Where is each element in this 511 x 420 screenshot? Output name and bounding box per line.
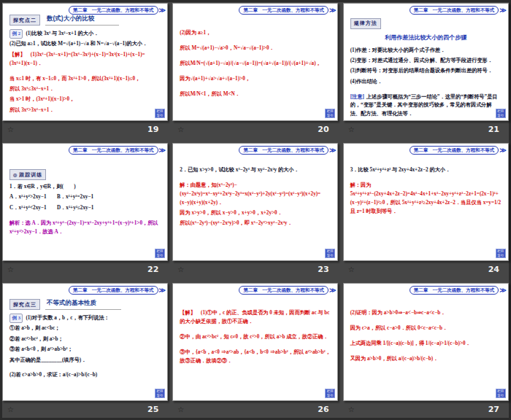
slide-thumbnail-23[interactable]: 第二章 一元二次函数、方程和不等式 ≫ 2．已知 x>y>0，试比较 x³−2y… <box>172 143 338 261</box>
chapter-title: 第二章 一元二次函数、方程和不等式 <box>69 286 158 295</box>
nav-corner-button[interactable]: 栏目 导引 <box>325 249 335 258</box>
solution-line: ②中，由 ac²>bc²，知 c≠0，故 c²>0，所以 a>b 成立，故②正确… <box>180 333 331 342</box>
star-icon[interactable]: ☆ <box>7 405 14 413</box>
thumbnail-footer: ☆ 26 <box>172 401 338 419</box>
statement-line: ①若 a>b，则 ac<bc； <box>9 324 161 333</box>
example-badge: 例 3 <box>9 314 23 323</box>
analysis-line: 解析：选 A．因为 x²+y²−(2xy−1)=x²−2xy+y²+1=(x−y… <box>9 219 161 237</box>
slide-cell-19: 第二章 一元二次函数、方程和不等式 ≫ 探究点二 数(式)大小的比较 例 2(1… <box>0 0 170 140</box>
chapter-header: 第二章 一元二次函数、方程和不等式 ≫ <box>239 6 336 15</box>
solution-line: (2)因为 a≥1， <box>180 29 331 38</box>
corner-label-bottom: 导引 <box>326 114 334 118</box>
page-number: 21 <box>488 125 499 134</box>
chapter-header: 第二章 一元二次函数、方程和不等式 ≫ <box>410 146 507 155</box>
corner-label-top: 栏目 <box>155 109 164 114</box>
page-number: 23 <box>318 265 328 274</box>
thumbnail-footer: ☆ 20 <box>172 121 338 139</box>
page-number: 26 <box>318 405 328 414</box>
solution-line: 当 x≤1 时，有 x−1≤0，而 3x²+1>0，所以(3x²+1)(x−1)… <box>9 75 161 84</box>
chapter-title: 第二章 一元二次函数、方程和不等式 <box>410 6 499 15</box>
slide-thumbnail-19[interactable]: 第二章 一元二次函数、方程和不等式 ≫ 探究点二 数(式)大小的比较 例 2(1… <box>2 3 168 121</box>
slide-thumbnail-21[interactable]: 第二章 一元二次函数、方程和不等式 ≫ 规律方法 利用作差法比较大小的四个步骤 … <box>343 3 509 121</box>
nav-corner-button[interactable]: 栏目 导引 <box>155 109 165 118</box>
chevron-right-icon: ≫ <box>499 7 506 14</box>
star-icon[interactable]: ☆ <box>348 405 355 413</box>
proof-line: 又因为 a>b>0，所以 a/(c−a)>b/(c−b)． <box>350 355 502 364</box>
slide-cell-23: 第二章 一元二次函数、方程和不等式 ≫ 2．已知 x>y>0，试比较 x³−2y… <box>170 140 340 280</box>
corner-label-bottom: 导引 <box>496 394 505 398</box>
question-line: 3．比较 5x²+y²+z² 与 2xy+4x+2z−2 的大小． <box>350 166 502 175</box>
corner-label-top: 栏目 <box>326 109 334 114</box>
star-icon[interactable]: ☆ <box>7 125 14 133</box>
star-icon[interactable]: ☆ <box>177 405 184 413</box>
section-header: 探究点二 数(式)大小的比较 <box>9 15 161 26</box>
nav-corner-button[interactable]: 栏目 导引 <box>325 389 335 398</box>
thumbnail-footer: ☆ 27 <box>343 401 509 419</box>
corner-label-top: 栏目 <box>326 249 334 254</box>
slide-cell-24: 第二章 一元二次函数、方程和不等式 ≫ 3．比较 5x²+y²+z² 与 2xy… <box>341 140 511 280</box>
nav-corner-button[interactable]: 栏目 导引 <box>155 249 165 258</box>
nav-corner-button[interactable]: 栏目 导引 <box>325 109 335 118</box>
circle-icon: ◎ <box>13 172 18 177</box>
corner-label-bottom: 导引 <box>155 114 164 118</box>
star-icon[interactable]: ☆ <box>177 265 184 273</box>
slide-thumbnail-20[interactable]: 第二章 一元二次函数、方程和不等式 ≫ (2)因为 a≥1， 所以 M=√(a+… <box>172 3 338 121</box>
slide-thumbnail-26[interactable]: 第二章 一元二次函数、方程和不等式 ≫ 【解】 (1)①中，c 的正、负或是否为… <box>172 283 338 401</box>
thumbnail-footer: ☆ 21 <box>343 121 509 139</box>
page-number: 22 <box>147 265 158 274</box>
step-line: (4)作出结论． <box>350 78 502 87</box>
slide-cell-22: 第二章 一元二次函数、方程和不等式 ≫ ◎跟踪训练 1．若 x∈R，y∈R，则(… <box>0 140 170 280</box>
corner-label-bottom: 导引 <box>326 394 334 398</box>
chapter-title: 第二章 一元二次函数、方程和不等式 <box>69 6 158 15</box>
slide-thumbnail-25[interactable]: 第二章 一元二次函数、方程和不等式 ≫ 探究点三 不等式的基本性质 例 3(1)… <box>2 283 168 401</box>
proof-line: 上式两边同乘 1/[(c−a)(c−b)]，得 1/(c−a)>1/(c−b)>… <box>350 340 502 349</box>
slide-thumbnail-22[interactable]: 第二章 一元二次函数、方程和不等式 ≫ ◎跟踪训练 1．若 x∈R，y∈R，则(… <box>2 143 168 261</box>
corner-label-top: 栏目 <box>155 389 164 394</box>
corner-label-top: 栏目 <box>155 249 164 254</box>
nav-corner-button[interactable]: 栏目 导引 <box>496 109 506 118</box>
page-number: 20 <box>318 125 328 134</box>
solution-line: 所以M/N<1，所以 M<N． <box>180 90 331 99</box>
chapter-title: 第二章 一元二次函数、方程和不等式 <box>239 6 328 15</box>
statement-line: ②若 ac²>bc²，则 a>b； <box>9 335 161 344</box>
corner-label-bottom: 导引 <box>496 114 505 118</box>
slide-cell-26: 第二章 一元二次函数、方程和不等式 ≫ 【解】 (1)①中，c 的正、负或是否为… <box>170 280 340 420</box>
thumbnail-footer: ☆ 23 <box>172 261 338 279</box>
nav-corner-button[interactable]: 栏目 导引 <box>496 249 506 258</box>
question-text: (1)对于实数 a，b，c，有下列说法： <box>26 315 109 321</box>
nav-corner-button[interactable]: 栏目 导引 <box>155 389 165 398</box>
solution-line: 所以(x³−2y³)−(xy²−2x²y)>0，即 x³−2y³>xy²−2x²… <box>180 219 331 228</box>
chevron-right-icon: ≫ <box>499 147 506 154</box>
solution-line: 当 x>1 时，(3x²+1)(x−1)>0， <box>9 96 161 104</box>
text-line: 例 3(1)对于实数 a，b，c，有下列说法： <box>9 314 161 323</box>
note-line: [注意]上述步骤可概括为“三步一结论”．这里的“判断符号”是目的，“变形”是关键… <box>350 93 502 120</box>
corner-label-top: 栏目 <box>496 109 505 114</box>
section-badge: 探究点三 <box>9 299 40 310</box>
chapter-header: 第二章 一元二次函数、方程和不等式 ≫ <box>69 6 166 15</box>
statement-line: ③若 a<b<0，则 a²>ab>b²； <box>9 346 161 354</box>
star-icon[interactable]: ☆ <box>348 125 355 133</box>
thumbnail-footer: ☆ 25 <box>2 401 168 419</box>
slide-sorter-grid: 第二章 一元二次函数、方程和不等式 ≫ 探究点二 数(式)大小的比较 例 2(1… <box>0 0 511 420</box>
thumbnail-footer: ☆ 19 <box>2 121 168 139</box>
star-icon[interactable]: ☆ <box>177 125 184 133</box>
star-icon[interactable]: ☆ <box>7 265 14 273</box>
page-number: 25 <box>147 405 158 414</box>
corner-label-bottom: 导引 <box>496 254 505 258</box>
slide-cell-27: 第二章 一元二次函数、方程和不等式 ≫ (2)证明：因为 a>b>0⇒−a<−b… <box>341 280 511 420</box>
star-icon[interactable]: ☆ <box>348 265 355 273</box>
slide-thumbnail-27[interactable]: 第二章 一元二次函数、方程和不等式 ≫ (2)证明：因为 a>b>0⇒−a<−b… <box>343 283 509 401</box>
step-line: (2)变形：对差式通过通分、因式分解、配方等手段进行变形． <box>350 57 502 66</box>
chapter-title: 第二章 一元二次函数、方程和不等式 <box>410 286 499 295</box>
solution-line: 【解】 (1)3x³−(3x²−x+1)=(3x³−3x²)+(x−1)=3x²… <box>9 51 161 69</box>
slide-thumbnail-24[interactable]: 第二章 一元二次函数、方程和不等式 ≫ 3．比较 5x²+y²+z² 与 2xy… <box>343 143 509 261</box>
section-title: 数(式)大小的比较 <box>45 15 119 26</box>
nav-corner-button[interactable]: 栏目 导引 <box>496 389 506 398</box>
chevron-right-icon: ≫ <box>159 7 166 14</box>
chapter-title: 第二章 一元二次函数、方程和不等式 <box>239 286 328 295</box>
page-number: 19 <box>147 125 158 134</box>
note-text: 上述步骤可概括为“三步一结论”．这里的“判断符号”是目的，“变形”是关键．其中变… <box>350 94 498 117</box>
step-line: (1)作差：对要比较大小的两个式子作差． <box>350 47 502 55</box>
section-title: 不等式的基本性质 <box>45 299 121 310</box>
question-line: (2)若 c>a>b>0，求证：a/(c−a)>b/(c−b) <box>9 371 161 380</box>
